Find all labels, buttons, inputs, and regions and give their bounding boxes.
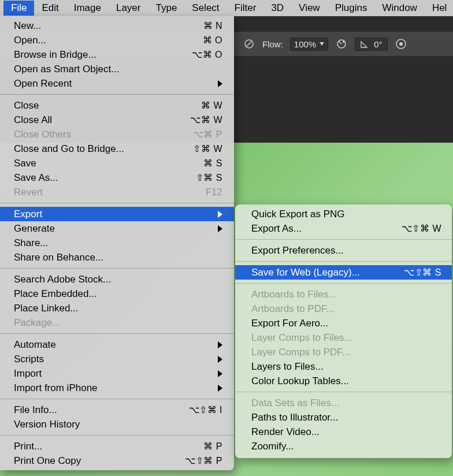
- menubar-item-image[interactable]: Image: [66, 1, 109, 16]
- file-menu-item-open-recent[interactable]: Open Recent: [0, 76, 234, 91]
- file-menu-item-save-as[interactable]: Save As...⇧⌘ S: [0, 170, 234, 185]
- export-submenu: Quick Export as PNGExport As...⌥⇧⌘ WExpo…: [235, 204, 452, 458]
- menu-item-shortcut: ⌘ W: [201, 100, 222, 111]
- menu-item-label: Layer Comps to PDF...: [251, 347, 350, 358]
- file-menu-item-close-and-go-to-bridge[interactable]: Close and Go to Bridge...⇧⌘ W: [0, 142, 234, 156]
- file-menu-item-place-embedded[interactable]: Place Embedded...: [0, 287, 234, 301]
- menu-item-label: Share...: [14, 237, 49, 249]
- menu-item-label: Paths to Illustrator...: [251, 412, 338, 423]
- export-item-render-video[interactable]: Render Video...: [235, 425, 452, 439]
- menu-separator: [235, 283, 452, 284]
- file-menu-item-save[interactable]: Save⌘ S: [0, 156, 234, 170]
- file-menu-item-new[interactable]: New...⌘ N: [0, 18, 234, 33]
- export-item-zoomify[interactable]: Zoomify...: [235, 439, 452, 453]
- menu-item-label: Import from iPhone: [14, 382, 98, 394]
- menu-item-shortcut: ⇧⌘ S: [196, 172, 222, 183]
- airbrush-buildup-icon[interactable]: [335, 38, 348, 50]
- menubar-item-file[interactable]: File: [3, 1, 34, 16]
- file-menu-item-print-one-copy[interactable]: Print One Copy⌥⇧⌘ P: [0, 453, 234, 468]
- menu-item-label: Export: [14, 209, 42, 220]
- file-menu-item-scripts[interactable]: Scripts: [0, 352, 234, 366]
- menu-separator: [0, 268, 234, 269]
- menu-separator: [0, 435, 234, 436]
- menu-item-shortcut: ⌘ N: [203, 20, 223, 31]
- export-item-export-as[interactable]: Export As...⌥⇧⌘ W: [235, 221, 452, 236]
- export-item-paths-to-illustrator[interactable]: Paths to Illustrator...: [235, 410, 452, 425]
- file-menu-item-import[interactable]: Import: [0, 366, 234, 381]
- file-menu-item-share-on-behance[interactable]: Share on Behance...: [0, 250, 234, 265]
- chevron-down-icon: [320, 42, 324, 46]
- flow-input[interactable]: 100%: [290, 38, 328, 51]
- file-menu-item-revert: RevertF12: [0, 185, 234, 199]
- menu-item-label: Render Video...: [251, 426, 320, 438]
- menu-separator: [235, 261, 452, 262]
- angle-value: 0°: [374, 39, 382, 49]
- menubar: FileEditImageLayerTypeSelectFilter3DView…: [0, 0, 453, 16]
- file-menu-item-browse-in-bridge[interactable]: Browse in Bridge...⌥⌘ O: [0, 47, 234, 62]
- menu-item-shortcut: ⌥⌘ P: [193, 129, 222, 140]
- file-menu-item-share[interactable]: Share...: [0, 236, 234, 250]
- export-item-quick-export-as-png[interactable]: Quick Export as PNG: [235, 207, 452, 221]
- menu-item-label: Close and Go to Bridge...: [14, 143, 124, 155]
- file-menu-item-place-linked[interactable]: Place Linked...: [0, 301, 234, 315]
- menubar-item-window[interactable]: Window: [374, 1, 424, 16]
- file-menu-item-close-all[interactable]: Close All⌥⌘ W: [0, 113, 234, 127]
- file-menu-item-open-as-smart-object[interactable]: Open as Smart Object...: [0, 62, 234, 76]
- menu-item-label: Generate: [14, 223, 55, 235]
- file-menu-item-print[interactable]: Print...⌘ P: [0, 439, 234, 453]
- file-menu-item-import-from-iphone[interactable]: Import from iPhone: [0, 381, 234, 395]
- menubar-item-view[interactable]: View: [291, 1, 328, 16]
- menu-item-label: Automate: [14, 339, 56, 351]
- export-item-export-preferences[interactable]: Export Preferences...: [235, 243, 452, 258]
- svg-point-4: [399, 42, 403, 46]
- menubar-item-layer[interactable]: Layer: [109, 1, 148, 16]
- menu-item-label: Export Preferences...: [251, 245, 344, 256]
- menubar-item-hel[interactable]: Hel: [425, 1, 453, 16]
- file-menu-item-close[interactable]: Close⌘ W: [0, 98, 234, 113]
- file-menu-item-search-adobe-stock[interactable]: Search Adobe Stock...: [0, 272, 234, 287]
- menu-item-shortcut: F12: [206, 187, 222, 198]
- export-item-export-for-aero[interactable]: Export For Aero...: [235, 316, 452, 330]
- export-item-color-lookup-tables[interactable]: Color Lookup Tables...: [235, 374, 452, 388]
- menu-item-label: Save: [14, 158, 36, 169]
- export-item-save-for-web-legacy[interactable]: Save for Web (Legacy)...⌥⇧⌘ S: [235, 265, 452, 280]
- menubar-item-type[interactable]: Type: [148, 1, 184, 16]
- menubar-item-filter[interactable]: Filter: [227, 1, 264, 16]
- pressure-size-icon[interactable]: [395, 38, 407, 50]
- menu-separator: [235, 392, 452, 392]
- menu-item-label: Close: [14, 100, 39, 111]
- menu-item-label: Print One Copy: [14, 455, 81, 467]
- file-menu-item-generate[interactable]: Generate: [0, 221, 234, 236]
- file-menu-item-automate[interactable]: Automate: [0, 337, 234, 352]
- menu-item-shortcut: ⌥⌘ O: [192, 49, 222, 60]
- menu-separator: [0, 203, 234, 203]
- chevron-right-icon: [218, 341, 222, 348]
- menu-item-label: Quick Export as PNG: [251, 209, 345, 220]
- menu-item-label: File Info...: [14, 404, 57, 416]
- menu-item-label: Browse in Bridge...: [14, 49, 96, 61]
- file-menu-item-open[interactable]: Open...⌘ O: [0, 33, 234, 47]
- menu-item-label: Color Lookup Tables...: [251, 375, 349, 387]
- file-menu-dropdown: New...⌘ NOpen...⌘ OBrowse in Bridge...⌥⌘…: [0, 16, 234, 470]
- file-menu-item-file-info[interactable]: File Info...⌥⇧⌘ I: [0, 403, 234, 417]
- menubar-item-edit[interactable]: Edit: [34, 1, 66, 16]
- menu-separator: [0, 399, 234, 399]
- menu-item-shortcut: ⌥⇧⌘ I: [189, 404, 222, 415]
- menubar-item-plugins[interactable]: Plugins: [328, 1, 375, 16]
- flow-value: 100%: [294, 39, 316, 49]
- file-menu-item-version-history[interactable]: Version History: [0, 417, 234, 432]
- menu-item-label: Artboards to Files...: [251, 289, 336, 300]
- menubar-item-3d[interactable]: 3D: [263, 1, 291, 16]
- menu-item-shortcut: ⌘ S: [203, 158, 222, 169]
- export-item-layers-to-files[interactable]: Layers to Files...: [235, 359, 452, 374]
- menu-item-shortcut: ⌥⌘ W: [190, 114, 222, 125]
- menu-item-label: Save for Web (Legacy)...: [251, 267, 360, 278]
- angle-input[interactable]: 0°: [355, 38, 387, 51]
- menu-item-label: Open as Smart Object...: [14, 64, 119, 75]
- menubar-item-select[interactable]: Select: [184, 1, 226, 16]
- file-menu-item-export[interactable]: Export: [0, 207, 234, 221]
- airbrush-icon[interactable]: [243, 38, 255, 50]
- file-menu-item-package: Package...: [0, 315, 234, 330]
- chevron-right-icon: [218, 385, 222, 392]
- export-item-artboards-to-files: Artboards to Files...: [235, 287, 452, 302]
